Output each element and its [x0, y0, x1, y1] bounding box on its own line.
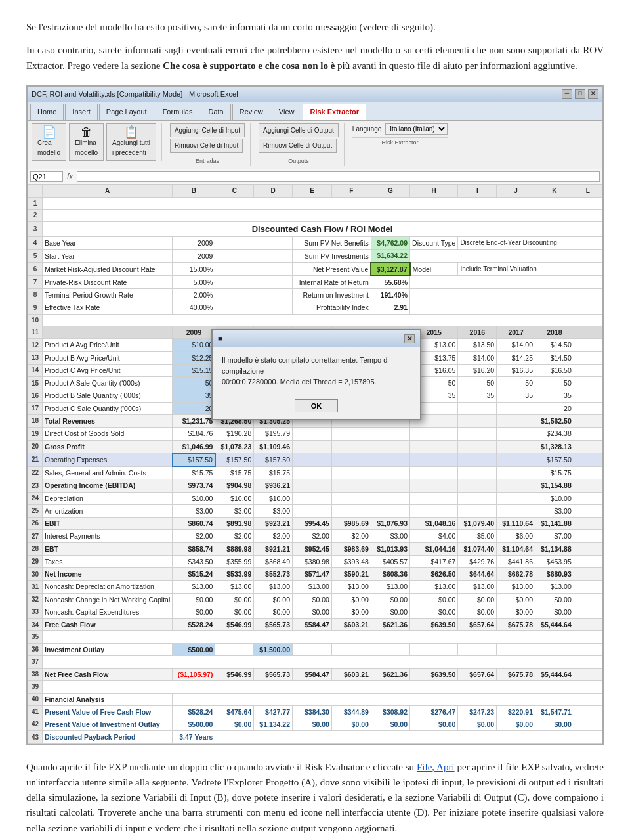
- row-num-13: 13: [28, 351, 43, 364]
- spreadsheet-title: Discounted Cash Flow / ROI Model: [43, 221, 602, 236]
- table-row: 9 Effective Tax Rate 40.00% Profitabilit…: [28, 301, 602, 314]
- row-num-32: 32: [28, 593, 43, 606]
- noncash-nwc-2011: $0.00: [254, 593, 293, 606]
- ribbon-add-output-row: Aggiungi Celle di Output: [259, 123, 339, 138]
- tab-formulas[interactable]: Formulas: [156, 104, 200, 120]
- empty: [574, 668, 602, 680]
- ebit-2017: $1,110.64: [497, 518, 536, 530]
- ebt-2016: $1,074.40: [458, 542, 497, 555]
- empty: [574, 581, 602, 593]
- interest-2018: $7.00: [535, 530, 574, 542]
- noncash-capex-2017: $0.00: [497, 606, 536, 618]
- gross-profit-label: Gross Profit: [43, 440, 173, 453]
- product-c-price-2018: $16.50: [535, 364, 574, 376]
- empty: [574, 718, 602, 731]
- depreciation-2010: $10.00: [215, 492, 254, 504]
- fcf-2016: $657.64: [458, 619, 497, 631]
- net-income-2011: $552.73: [254, 568, 293, 581]
- noncash-capex-2012: $0.00: [293, 606, 332, 618]
- col-header-l[interactable]: L: [574, 185, 602, 198]
- start-year-value: 2009: [173, 250, 215, 263]
- close-button[interactable]: ✕: [588, 89, 598, 99]
- sheet-table: A B C D E F G H I J K L: [28, 185, 602, 743]
- maximize-button[interactable]: □: [575, 89, 585, 99]
- direct-cost-2009: $184.76: [173, 428, 215, 440]
- col-header-h[interactable]: H: [410, 185, 458, 198]
- table-row: 41 Present Value of Free Cash Flow $528.…: [28, 705, 602, 718]
- ebit-2011: $923.21: [254, 518, 293, 530]
- amortization-label: Amortization: [43, 504, 173, 517]
- tab-view[interactable]: View: [272, 104, 302, 120]
- language-select[interactable]: Italiano (Italian): [385, 123, 448, 135]
- sga-2015: [410, 466, 458, 479]
- formula-bar: fx: [28, 169, 602, 185]
- product-a-qty-2017: 50: [497, 377, 536, 389]
- interest-2015: $4.00: [410, 530, 458, 542]
- pv-fcf-2016: $247.23: [458, 705, 497, 718]
- row-num-18: 18: [28, 414, 43, 427]
- operating-expenses-2009[interactable]: $157.50: [173, 453, 215, 466]
- row-num-23: 23: [28, 479, 43, 492]
- pv-inv-2011: $1,134.22: [254, 718, 293, 731]
- direct-cost-2015: [410, 428, 458, 440]
- product-c-qty-2016: [458, 402, 497, 414]
- remove-output-cells-button[interactable]: Rimuovi Celle di Output: [259, 139, 337, 153]
- col-header-c[interactable]: C: [215, 185, 254, 198]
- dialog-title-bar: ■ ✕: [213, 330, 420, 347]
- pv-inv-2015: $0.00: [410, 718, 458, 731]
- tab-review[interactable]: Review: [232, 104, 270, 120]
- tab-home[interactable]: Home: [30, 104, 64, 120]
- noncash-nwc-2017: $0.00: [497, 593, 536, 606]
- table-row: 3 Discounted Cash Flow / ROI Model: [28, 221, 602, 236]
- delete-model-button[interactable]: 🗑 Eliminamodello: [69, 123, 104, 161]
- dialog-ok-button[interactable]: OK: [295, 399, 339, 412]
- product-b-qty-label: Product B Sale Quantity ('000s): [43, 389, 173, 402]
- investment-outlay-label: Investment Outlay: [43, 643, 173, 655]
- row-num-3: 3: [28, 221, 43, 236]
- year-2017: 2017: [497, 326, 536, 339]
- model-label: Model: [410, 263, 458, 276]
- dialog-close-button[interactable]: ✕: [404, 334, 415, 343]
- row-num-31: 31: [28, 581, 43, 593]
- sga-2010: $15.75: [215, 466, 254, 479]
- file-apri-link[interactable]: File, Apri: [417, 762, 455, 772]
- create-model-button[interactable]: 📄 Creamodello: [32, 123, 66, 161]
- row-num-4: 4: [28, 237, 43, 250]
- remove-input-cells-button[interactable]: Rimuovi Celle di Input: [170, 139, 243, 153]
- table-row: 32 Noncash: Change in Net Working Capita…: [28, 593, 602, 606]
- spreadsheet-area: A B C D E F G H I J K L: [28, 185, 602, 743]
- taxes-2012: $380.98: [293, 555, 332, 567]
- col-header-j[interactable]: J: [497, 185, 536, 198]
- net-fcf-label: Net Free Cash Flow: [43, 668, 173, 680]
- add-input-cells-button[interactable]: Aggiungi Celle di Input: [170, 123, 245, 138]
- col-header-f[interactable]: F: [331, 185, 371, 198]
- col-header-k[interactable]: K: [535, 185, 574, 198]
- add-output-cells-button[interactable]: Aggiungi Celle di Output: [259, 123, 339, 138]
- effective-tax-label: Effective Tax Rate: [43, 301, 173, 314]
- row-num-16: 16: [28, 389, 43, 402]
- col-header-i[interactable]: I: [458, 185, 497, 198]
- tab-page-layout[interactable]: Page Layout: [99, 104, 154, 120]
- minimize-button[interactable]: ─: [562, 89, 572, 99]
- table-row: 10: [28, 314, 602, 326]
- col-header-d[interactable]: D: [254, 185, 293, 198]
- table-row: 43 Discounted Payback Period 3.47 Years: [28, 731, 602, 743]
- tab-risk-extractor[interactable]: Risk Extractor: [303, 104, 366, 120]
- col-header-g[interactable]: G: [371, 185, 410, 198]
- cell-reference-input[interactable]: [30, 171, 63, 182]
- pv-fcf-label: Present Value of Free Cash Flow: [43, 705, 173, 718]
- gross-profit-2009: $1,046.99: [173, 440, 215, 453]
- tab-data[interactable]: Data: [201, 104, 230, 120]
- col-header-e[interactable]: E: [293, 185, 332, 198]
- table-row: 40 Financial Analysis: [28, 693, 602, 705]
- formula-input[interactable]: [77, 171, 600, 182]
- col-header-a[interactable]: A: [43, 185, 173, 198]
- taxes-2013: $393.48: [331, 555, 371, 567]
- ebit-2015: $1,048.16: [410, 518, 458, 530]
- tab-insert[interactable]: Insert: [65, 104, 98, 120]
- col-header-b[interactable]: B: [173, 185, 215, 198]
- add-all-previous-button[interactable]: 📋 Aggiungi tuttii precedenti: [106, 123, 156, 161]
- noncash-nwc-2012: $0.00: [293, 593, 332, 606]
- empty: [574, 492, 602, 504]
- pi-label: Profitability Index: [293, 301, 371, 314]
